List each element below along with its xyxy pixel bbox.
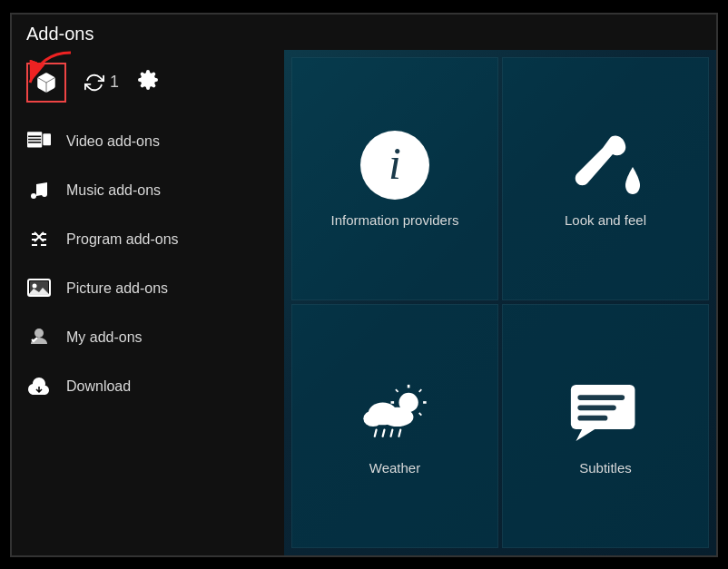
svg-line-31 <box>419 389 422 392</box>
video-addons-label: Video add-ons <box>66 133 160 150</box>
tile-look-and-feel[interactable]: Look and feel <box>502 57 709 301</box>
package-icon <box>34 71 58 94</box>
update-indicator[interactable]: 1 <box>84 73 119 93</box>
program-icon <box>26 227 52 252</box>
download-icon <box>26 374 52 399</box>
subtitles-icon <box>569 377 642 449</box>
look-and-feel-icon <box>569 129 642 201</box>
svg-line-37 <box>383 429 385 436</box>
content-area: 1 <box>12 50 716 555</box>
title-bar: Add-ons <box>12 15 716 50</box>
settings-button[interactable] <box>137 69 159 96</box>
svg-rect-6 <box>28 142 41 143</box>
sidebar-nav: Video add-ons Music add-ons <box>12 117 284 411</box>
main-window: Add-ons <box>10 13 718 557</box>
svg-rect-44 <box>577 416 607 421</box>
info-providers-icon: i <box>359 129 431 201</box>
svg-rect-43 <box>577 405 615 410</box>
svg-point-20 <box>33 283 37 288</box>
tile-subtitles[interactable]: Subtitles <box>502 304 709 548</box>
svg-rect-7 <box>43 133 51 145</box>
picture-icon <box>26 276 52 301</box>
my-addons-icon <box>26 325 52 350</box>
sidebar-item-music[interactable]: Music add-ons <box>12 166 284 215</box>
weather-icon <box>359 377 431 449</box>
svg-marker-41 <box>576 429 595 441</box>
music-addons-label: Music add-ons <box>66 182 161 199</box>
svg-line-36 <box>375 429 377 436</box>
svg-text:i: i <box>389 138 401 189</box>
update-count: 1 <box>110 73 119 92</box>
addon-tiles-grid: i Information providers Look and feel <box>284 50 716 555</box>
svg-point-9 <box>42 191 47 197</box>
program-addons-label: Program add-ons <box>66 231 179 248</box>
tile-info-providers[interactable]: i Information providers <box>291 57 498 301</box>
sidebar-item-download[interactable]: Download <box>12 362 284 411</box>
info-providers-label: Information providers <box>331 212 459 228</box>
refresh-icon <box>84 73 104 93</box>
sidebar-item-video[interactable]: Video add-ons <box>12 117 284 166</box>
sidebar-item-program[interactable]: Program add-ons <box>12 215 284 264</box>
sidebar: 1 <box>12 50 284 555</box>
picture-addons-label: Picture add-ons <box>66 280 168 297</box>
tile-weather[interactable]: Weather <box>291 304 498 548</box>
svg-line-30 <box>419 413 422 416</box>
subtitles-label: Subtitles <box>579 460 632 476</box>
download-label: Download <box>66 378 131 395</box>
toolbar: 1 <box>12 57 284 117</box>
svg-point-34 <box>381 407 414 427</box>
install-from-zip-button[interactable] <box>26 63 66 103</box>
video-icon <box>26 129 52 154</box>
svg-line-38 <box>391 429 393 436</box>
svg-rect-5 <box>28 138 41 140</box>
svg-point-35 <box>363 410 382 427</box>
my-addons-label: My add-ons <box>66 329 143 346</box>
gear-icon <box>137 69 159 91</box>
svg-rect-42 <box>577 395 625 400</box>
sidebar-item-picture[interactable]: Picture add-ons <box>12 264 284 313</box>
svg-point-23 <box>577 176 586 185</box>
sidebar-item-my[interactable]: My add-ons <box>12 313 284 362</box>
svg-line-39 <box>398 429 400 436</box>
weather-label: Weather <box>369 460 420 476</box>
page-title: Add-ons <box>26 24 702 44</box>
svg-rect-4 <box>28 135 41 137</box>
svg-line-29 <box>396 389 398 392</box>
svg-point-8 <box>31 193 36 199</box>
music-icon <box>26 178 52 203</box>
look-and-feel-label: Look and feel <box>565 212 646 228</box>
